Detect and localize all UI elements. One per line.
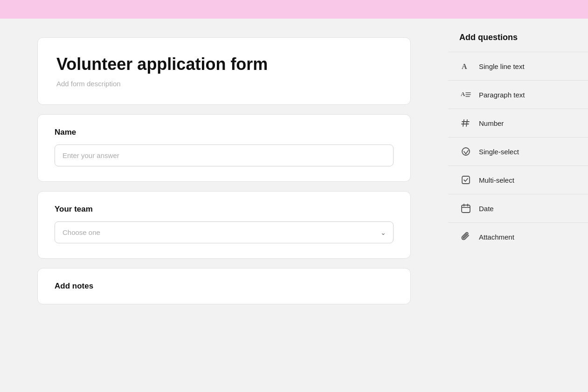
notes-label: Add notes bbox=[55, 282, 394, 291]
date-icon bbox=[459, 202, 472, 215]
paragraph-icon: A bbox=[459, 88, 472, 101]
team-question-label: Your team bbox=[55, 205, 394, 214]
name-question-card: Name bbox=[37, 114, 411, 182]
date-label: Date bbox=[479, 205, 494, 213]
sidebar-item-number[interactable]: Number bbox=[448, 109, 588, 137]
sidebar-item-single-line[interactable]: A Single line text bbox=[448, 52, 588, 80]
main-area: Volunteer application form Add form desc… bbox=[0, 19, 448, 392]
single-line-label: Single line text bbox=[479, 62, 525, 70]
form-description: Add form description bbox=[56, 80, 392, 88]
team-select-wrapper: Choose one ⌄ bbox=[55, 221, 394, 243]
number-label: Number bbox=[479, 119, 504, 127]
page-wrapper: Volunteer application form Add form desc… bbox=[0, 0, 588, 392]
sidebar-item-paragraph[interactable]: A Paragraph text bbox=[448, 80, 588, 109]
paragraph-label: Paragraph text bbox=[479, 91, 525, 99]
single-select-icon bbox=[459, 145, 472, 158]
sidebar-item-date[interactable]: Date bbox=[448, 194, 588, 222]
form-title: Volunteer application form bbox=[56, 55, 392, 74]
number-icon bbox=[459, 117, 472, 130]
single-line-icon: A bbox=[459, 60, 472, 73]
attachment-icon bbox=[459, 230, 472, 243]
svg-text:A: A bbox=[462, 62, 467, 70]
svg-line-5 bbox=[463, 120, 464, 126]
form-title-card: Volunteer application form Add form desc… bbox=[37, 37, 411, 105]
attachment-label: Attachment bbox=[479, 233, 514, 241]
single-select-label: Single-select bbox=[479, 148, 519, 156]
team-question-card: Your team Choose one ⌄ bbox=[37, 191, 411, 259]
sidebar-item-multi-select[interactable]: Multi-select bbox=[448, 165, 588, 194]
svg-rect-11 bbox=[462, 205, 470, 213]
name-question-label: Name bbox=[55, 128, 394, 137]
sidebar-item-single-select[interactable]: Single-select bbox=[448, 137, 588, 165]
name-input[interactable] bbox=[55, 144, 394, 166]
sidebar-title: Add questions bbox=[448, 28, 588, 52]
notes-card: Add notes bbox=[37, 268, 411, 304]
svg-line-6 bbox=[466, 120, 467, 126]
multi-select-label: Multi-select bbox=[479, 176, 514, 184]
sidebar: Add questions A Single line text A Parag… bbox=[448, 19, 588, 392]
svg-rect-10 bbox=[462, 176, 470, 184]
sidebar-item-attachment[interactable]: Attachment bbox=[448, 222, 588, 251]
multi-select-icon bbox=[459, 173, 472, 186]
team-select[interactable]: Choose one bbox=[55, 221, 394, 243]
svg-text:A: A bbox=[461, 90, 465, 97]
